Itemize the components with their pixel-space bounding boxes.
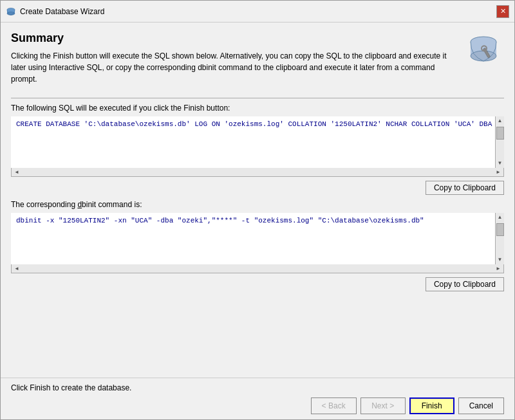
dbinit-hscrollbar[interactable]: ◄ ► xyxy=(11,264,504,273)
footer-area: Click Finish to create the database. < B… xyxy=(1,378,514,419)
sql-scroll-down-arrow[interactable]: ▼ xyxy=(496,159,505,168)
header-text-block: Summary Clicking the Finish button will … xyxy=(11,32,455,85)
sql-hscroll-right[interactable]: ► xyxy=(493,169,503,175)
dialog-content: Summary Clicking the Finish button will … xyxy=(1,23,514,378)
dbinit-section-label: The corresponding dbinit command is: xyxy=(11,200,504,209)
title-bar: Create Database Wizard ✕ xyxy=(1,1,514,23)
title-bar-icon xyxy=(6,6,16,17)
dbinit-copy-btn-row: Copy to Clipboard xyxy=(11,277,504,291)
database-icon xyxy=(463,32,504,73)
title-text: Create Database Wizard xyxy=(20,7,104,16)
summary-description: Clicking the Finish button will execute … xyxy=(11,50,455,85)
dbinit-scroll-down-arrow[interactable]: ▼ xyxy=(496,255,505,264)
dbinit-scroll-thumb[interactable] xyxy=(496,223,504,236)
click-finish-text: Click Finish to create the database. xyxy=(11,383,504,392)
svg-point-2 xyxy=(7,12,15,15)
dbinit-code-box[interactable]: dbinit -x "1250LATIN2" -xn "UCA" -dba "o… xyxy=(11,213,504,264)
dialog-window: Create Database Wizard ✕ Summary Clickin… xyxy=(0,0,515,420)
dbinit-copy-button[interactable]: Copy to Clipboard xyxy=(426,277,504,291)
dbinit-code-wrapper: dbinit -x "1250LATIN2" -xn "UCA" -dba "o… xyxy=(11,213,504,264)
dbinit-scrollbar-v[interactable]: ▲ ▼ xyxy=(495,213,504,264)
finish-button[interactable]: Finish xyxy=(409,397,454,414)
dbinit-hscroll-right[interactable]: ► xyxy=(493,266,503,271)
title-bar-left: Create Database Wizard xyxy=(6,6,104,17)
button-row: < Back Next > Finish Cancel xyxy=(11,397,504,414)
sql-code-text: CREATE DATABASE 'C:\database\ozekisms.db… xyxy=(16,120,504,128)
sql-section-label: The following SQL will be executed if yo… xyxy=(11,104,504,113)
cancel-button[interactable]: Cancel xyxy=(458,397,504,414)
sql-scroll-up-arrow[interactable]: ▲ xyxy=(496,116,505,125)
dbinit-section: The corresponding dbinit command is: dbi… xyxy=(11,200,504,294)
sections-area: The following SQL will be executed if yo… xyxy=(11,104,504,369)
next-button[interactable]: Next > xyxy=(360,397,406,414)
sql-copy-button[interactable]: Copy to Clipboard xyxy=(426,181,504,195)
sql-scroll-thumb[interactable] xyxy=(496,127,504,140)
sql-code-wrapper: CREATE DATABASE 'C:\database\ozekisms.db… xyxy=(11,116,504,168)
svg-point-5 xyxy=(471,51,496,61)
sql-code-box[interactable]: CREATE DATABASE 'C:\database\ozekisms.db… xyxy=(11,116,504,168)
dbinit-scroll-up-arrow[interactable]: ▲ xyxy=(496,213,505,222)
sql-hscrollbar[interactable]: ◄ ► xyxy=(11,168,504,177)
summary-title: Summary xyxy=(11,32,455,45)
dbinit-hscroll-left[interactable]: ◄ xyxy=(12,266,22,271)
dbinit-underline: d xyxy=(77,200,82,209)
sql-hscroll-left[interactable]: ◄ xyxy=(12,169,22,175)
sql-section: The following SQL will be executed if yo… xyxy=(11,104,504,197)
sql-scrollbar-v[interactable]: ▲ ▼ xyxy=(495,116,504,168)
close-button[interactable]: ✕ xyxy=(496,5,509,18)
top-divider xyxy=(11,98,504,98)
back-button[interactable]: < Back xyxy=(311,397,357,414)
header-section: Summary Clicking the Finish button will … xyxy=(11,32,504,85)
dbinit-code-text: dbinit -x "1250LATIN2" -xn "UCA" -dba "o… xyxy=(16,217,424,224)
sql-copy-btn-row: Copy to Clipboard xyxy=(11,181,504,195)
